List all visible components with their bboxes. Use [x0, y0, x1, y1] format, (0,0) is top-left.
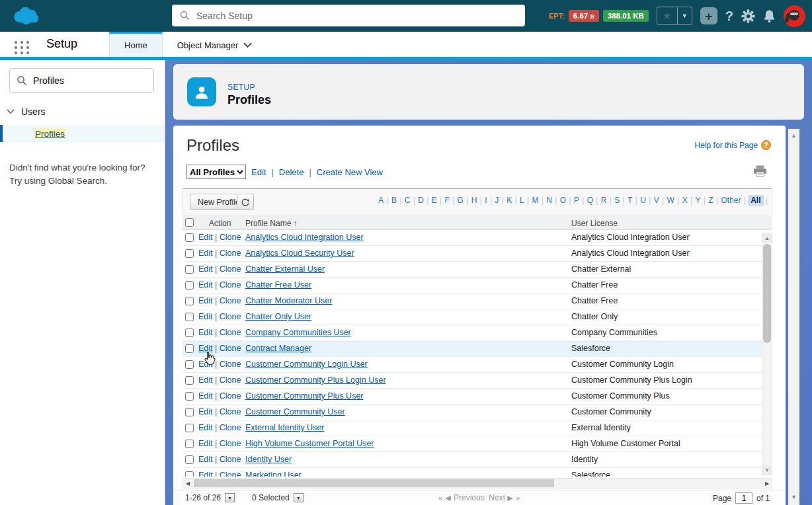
view-edit-link[interactable]: Edit [251, 167, 266, 177]
setup-gear-icon[interactable] [741, 9, 755, 23]
alphabet-link-u[interactable]: U [639, 196, 647, 205]
alphabet-link-m[interactable]: M [531, 196, 539, 205]
alphabet-link-l[interactable]: L [519, 196, 525, 205]
help-for-this-page-link[interactable]: Help for this Page [695, 141, 758, 150]
clone-link[interactable]: Clone [220, 423, 241, 432]
favorite-star-icon[interactable]: ★ [657, 7, 677, 24]
profile-name-link[interactable]: Analytics Cloud Integration User [245, 233, 364, 242]
edit-link[interactable]: Edit [198, 249, 213, 258]
alphabet-link-e[interactable]: E [431, 196, 438, 205]
profile-name-link[interactable]: Chatter Free User [245, 280, 311, 290]
printable-view-icon[interactable] [753, 165, 767, 180]
profile-name-link[interactable]: External Identity User [245, 423, 325, 432]
row-checkbox[interactable] [185, 392, 194, 401]
scroll-down-icon[interactable]: ▼ [788, 492, 799, 502]
clone-link[interactable]: Clone [220, 264, 241, 274]
alphabet-link-b[interactable]: B [391, 196, 397, 205]
alphabet-link-p[interactable]: P [573, 196, 580, 205]
alphabet-link-h[interactable]: H [471, 196, 478, 205]
clone-link[interactable]: Clone [220, 328, 241, 337]
help-question-icon[interactable]: ? [761, 140, 771, 150]
profile-name-link[interactable]: Chatter Moderator User [245, 296, 332, 305]
scroll-up-icon[interactable]: ▲ [788, 130, 799, 141]
edit-link[interactable]: Edit [198, 233, 213, 242]
alphabet-link-o[interactable]: O [559, 196, 567, 205]
edit-link[interactable]: Edit [198, 328, 213, 337]
row-checkbox[interactable] [185, 344, 194, 353]
alphabet-link-d[interactable]: D [417, 196, 425, 205]
edit-link[interactable]: Edit [198, 391, 213, 401]
alphabet-link-q[interactable]: Q [587, 196, 594, 205]
view-delete-link[interactable]: Delete [279, 167, 304, 177]
edit-link[interactable]: Edit [198, 471, 213, 477]
alphabet-link-z[interactable]: Z [708, 196, 713, 205]
profile-name-link[interactable]: Analytics Cloud Security User [245, 249, 354, 258]
row-checkbox[interactable] [185, 265, 194, 274]
app-launcher-icon[interactable] [13, 39, 30, 56]
create-new-view-link[interactable]: Create New View [317, 167, 383, 177]
global-actions-icon[interactable]: + [700, 7, 717, 24]
alphabet-link-all[interactable]: All [748, 195, 763, 206]
row-checkbox[interactable] [185, 424, 194, 432]
alphabet-link-x[interactable]: X [682, 196, 688, 205]
edit-link[interactable]: Edit [198, 375, 213, 385]
global-search-input[interactable] [196, 11, 487, 21]
row-checkbox[interactable] [185, 297, 194, 305]
alphabet-link-c[interactable]: C [404, 196, 411, 205]
row-checkbox[interactable] [185, 249, 194, 258]
clone-link[interactable]: Clone [220, 360, 241, 369]
edit-link[interactable]: Edit [198, 439, 213, 448]
user-avatar[interactable] [784, 5, 805, 27]
row-checkbox[interactable] [185, 471, 194, 477]
quick-find-input[interactable] [33, 75, 139, 86]
tab-object-manager[interactable]: Object Manager [163, 32, 267, 57]
row-checkbox[interactable] [185, 360, 194, 369]
view-selector[interactable]: All Profiles [186, 165, 246, 179]
edit-link[interactable]: Edit [198, 407, 213, 416]
row-checkbox[interactable] [185, 440, 194, 448]
alphabet-link-f[interactable]: F [444, 196, 450, 205]
clone-link[interactable]: Clone [220, 249, 241, 258]
alphabet-link-v[interactable]: V [653, 196, 660, 205]
scroll-right-icon[interactable]: ▶ [762, 479, 772, 488]
profile-name-link[interactable]: Chatter External User [245, 264, 325, 274]
last-page-icon[interactable]: » [516, 494, 520, 502]
page-vertical-scrollbar[interactable]: ▲ ▼ [788, 129, 799, 505]
refresh-button[interactable] [237, 194, 254, 210]
alphabet-link-r[interactable]: R [600, 196, 608, 205]
profile-name-link[interactable]: Customer Community Plus Login User [245, 375, 386, 385]
profile-name-link[interactable]: Company Communities User [245, 328, 351, 337]
first-page-icon[interactable]: « [438, 494, 443, 502]
page-number-input[interactable] [735, 492, 752, 504]
sidebar-item-profiles[interactable]: Profiles [0, 125, 165, 142]
profile-name-link[interactable]: Marketing User [245, 471, 302, 477]
profile-name-link[interactable]: Contract Manager [245, 344, 311, 353]
table-horizontal-scrollbar[interactable]: ◀ ▶ [183, 478, 772, 488]
alphabet-link-other[interactable]: Other [720, 196, 741, 205]
row-checkbox[interactable] [185, 329, 194, 337]
alphabet-link-n[interactable]: N [546, 196, 553, 205]
profile-name-link[interactable]: Customer Community Plus User [245, 391, 364, 401]
hscroll-thumb[interactable] [194, 479, 554, 487]
clone-link[interactable]: Clone [220, 439, 241, 448]
previous-label[interactable]: Previous [454, 493, 485, 502]
profile-name-link[interactable]: Chatter Only User [245, 312, 311, 321]
edit-link[interactable]: Edit [198, 312, 213, 321]
table-vertical-scrollbar[interactable]: ▲ ▼ [762, 233, 772, 475]
quick-find-box[interactable] [9, 68, 154, 93]
profile-name-link[interactable]: Customer Community User [245, 407, 345, 416]
alphabet-link-s[interactable]: S [614, 196, 620, 205]
scroll-left-icon[interactable]: ◀ [183, 479, 192, 488]
alphabet-link-w[interactable]: W [667, 196, 675, 205]
profile-name-link[interactable]: Customer Community Login User [245, 360, 368, 369]
scroll-up-icon[interactable]: ▲ [762, 233, 772, 243]
row-checkbox[interactable] [185, 281, 194, 290]
clone-link[interactable]: Clone [220, 455, 241, 464]
clone-link[interactable]: Clone [220, 375, 241, 385]
clone-link[interactable]: Clone [220, 312, 241, 321]
notifications-bell-icon[interactable] [763, 9, 776, 23]
alphabet-link-k[interactable]: K [506, 196, 512, 205]
row-checkbox[interactable] [185, 233, 194, 242]
row-checkbox[interactable] [185, 313, 194, 321]
clone-link[interactable]: Clone [220, 280, 241, 290]
